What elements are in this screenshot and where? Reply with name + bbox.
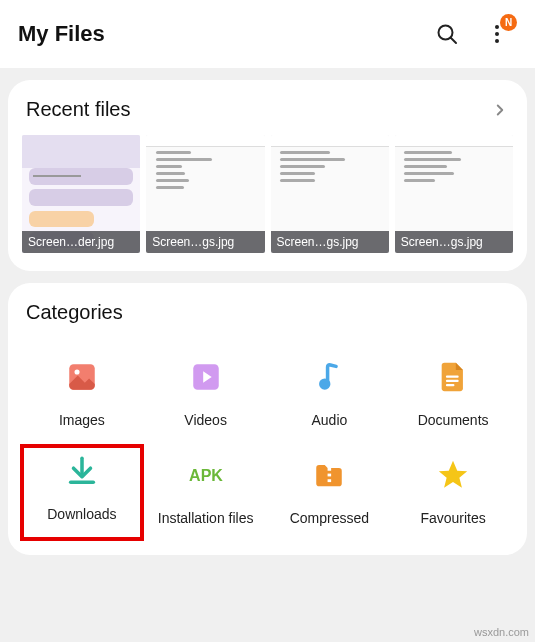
category-documents[interactable]: Documents xyxy=(393,350,513,440)
category-label: Compressed xyxy=(290,510,369,528)
svg-rect-9 xyxy=(446,376,459,378)
category-label: Documents xyxy=(418,412,489,430)
recent-file-item[interactable]: Screen…der.jpg xyxy=(22,135,140,253)
category-installation-files[interactable]: APK Installation files xyxy=(146,448,266,538)
compressed-icon xyxy=(308,454,350,496)
file-name: Screen…gs.jpg xyxy=(395,231,513,253)
svg-rect-10 xyxy=(446,380,459,382)
categories-header: Categories xyxy=(22,301,513,324)
categories-title: Categories xyxy=(26,301,123,324)
file-name: Screen…der.jpg xyxy=(22,231,140,253)
downloads-icon xyxy=(61,450,103,492)
recent-file-item[interactable]: Screen…gs.jpg xyxy=(395,135,513,253)
svg-point-6 xyxy=(74,369,79,374)
apk-icon: APK xyxy=(185,454,227,496)
recent-files-header[interactable]: Recent files xyxy=(22,98,513,121)
recent-files-thumbnails: Screen…der.jpg Screen…gs.jpg xyxy=(22,135,513,253)
notification-badge: N xyxy=(500,14,517,31)
search-button[interactable] xyxy=(427,14,467,54)
watermark: wsxdn.com xyxy=(474,626,529,638)
chevron-right-icon xyxy=(491,101,509,119)
svg-rect-16 xyxy=(328,473,332,476)
videos-icon xyxy=(185,356,227,398)
category-label: Downloads xyxy=(47,506,116,524)
category-audio[interactable]: Audio xyxy=(270,350,390,440)
svg-rect-15 xyxy=(328,467,332,470)
app-title: My Files xyxy=(18,21,417,47)
svg-rect-17 xyxy=(328,479,332,482)
recent-files-title: Recent files xyxy=(26,98,131,121)
category-label: Videos xyxy=(184,412,227,430)
svg-line-1 xyxy=(451,38,457,44)
svg-rect-11 xyxy=(446,384,455,386)
more-button[interactable]: N xyxy=(477,14,517,54)
category-label: Images xyxy=(59,412,105,430)
audio-icon xyxy=(308,356,350,398)
category-label: Audio xyxy=(311,412,347,430)
svg-point-8 xyxy=(319,378,330,389)
categories-section: Categories Images Videos Audio Document xyxy=(8,283,527,555)
category-images[interactable]: Images xyxy=(22,350,142,440)
svg-text:APK: APK xyxy=(189,467,223,484)
favourites-icon xyxy=(432,454,474,496)
images-icon xyxy=(61,356,103,398)
recent-file-item[interactable]: Screen…gs.jpg xyxy=(271,135,389,253)
category-label: Installation files xyxy=(158,510,254,528)
app-header: My Files N xyxy=(0,0,535,68)
svg-point-2 xyxy=(495,25,499,29)
categories-grid: Images Videos Audio Documents Downloads xyxy=(22,338,513,537)
documents-icon xyxy=(432,356,474,398)
svg-point-3 xyxy=(495,32,499,36)
recent-files-section: Recent files Screen…der.jpg xyxy=(8,80,527,271)
file-name: Screen…gs.jpg xyxy=(146,231,264,253)
category-compressed[interactable]: Compressed xyxy=(270,448,390,538)
svg-point-4 xyxy=(495,39,499,43)
file-name: Screen…gs.jpg xyxy=(271,231,389,253)
search-icon xyxy=(435,22,459,46)
category-downloads[interactable]: Downloads xyxy=(20,444,144,542)
recent-file-item[interactable]: Screen…gs.jpg xyxy=(146,135,264,253)
category-videos[interactable]: Videos xyxy=(146,350,266,440)
category-favourites[interactable]: Favourites xyxy=(393,448,513,538)
category-label: Favourites xyxy=(420,510,485,528)
